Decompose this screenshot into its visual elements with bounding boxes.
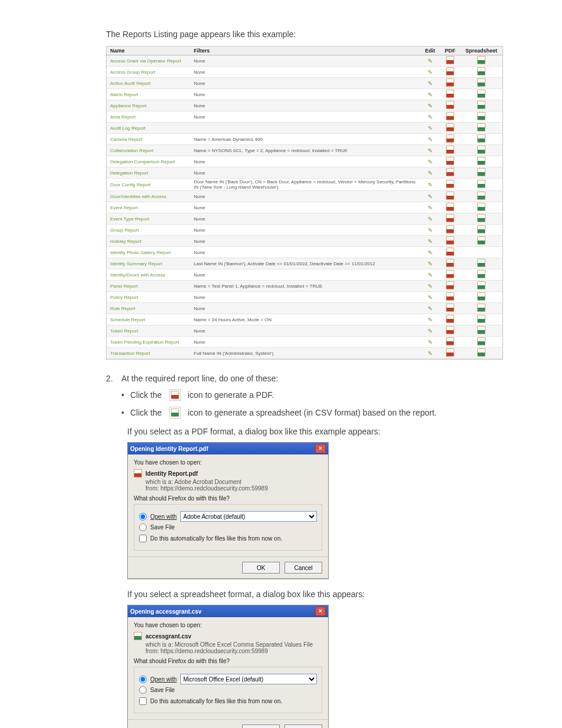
edit-icon[interactable]: ✎ <box>428 136 432 143</box>
edit-icon[interactable]: ✎ <box>428 350 432 357</box>
report-name-link[interactable]: Access Grant via Operator Report <box>107 55 190 67</box>
spreadsheet-icon[interactable] <box>477 180 485 188</box>
pdf-icon[interactable] <box>446 112 454 120</box>
pdf-icon[interactable] <box>446 157 454 165</box>
spreadsheet-icon[interactable] <box>477 134 485 143</box>
edit-icon[interactable]: ✎ <box>428 249 432 256</box>
pdf-icon[interactable] <box>446 67 454 75</box>
save-file-radio[interactable] <box>139 686 147 694</box>
close-icon[interactable]: × <box>315 607 326 616</box>
report-name-link[interactable]: Identity Photo Gallery Report <box>107 247 190 258</box>
report-name-link[interactable]: Door Config Report <box>107 179 190 191</box>
report-name-link[interactable]: Role Report <box>107 303 190 314</box>
pdf-icon[interactable] <box>446 168 454 176</box>
auto-checkbox[interactable] <box>139 535 147 542</box>
spreadsheet-icon[interactable] <box>477 146 485 154</box>
open-with-select[interactable]: Adobe Acrobat (default) <box>180 511 317 522</box>
open-with-radio[interactable] <box>139 676 147 683</box>
spreadsheet-icon[interactable] <box>477 225 485 233</box>
pdf-icon[interactable] <box>446 78 454 87</box>
spreadsheet-icon[interactable] <box>477 56 485 64</box>
report-name-link[interactable]: Identity/Doors with Access <box>107 269 190 281</box>
pdf-icon[interactable] <box>446 259 454 267</box>
report-name-link[interactable]: Door/Identities with Access <box>107 191 190 202</box>
edit-icon[interactable]: ✎ <box>428 58 432 64</box>
report-name-link[interactable]: Access Group Report <box>107 67 190 78</box>
edit-icon[interactable]: ✎ <box>428 339 432 345</box>
edit-icon[interactable]: ✎ <box>428 69 432 75</box>
pdf-icon[interactable] <box>446 304 454 312</box>
edit-icon[interactable]: ✎ <box>428 328 432 334</box>
spreadsheet-icon[interactable] <box>477 326 485 334</box>
spreadsheet-icon[interactable] <box>477 168 485 176</box>
report-name-link[interactable]: Alarm Report <box>107 89 190 100</box>
close-icon[interactable]: × <box>315 444 326 453</box>
edit-icon[interactable]: ✎ <box>428 305 432 312</box>
spreadsheet-icon[interactable] <box>477 236 485 245</box>
edit-icon[interactable]: ✎ <box>428 294 432 301</box>
edit-icon[interactable]: ✎ <box>428 283 432 289</box>
pdf-icon[interactable] <box>446 337 454 345</box>
pdf-icon[interactable] <box>446 146 454 154</box>
spreadsheet-icon[interactable] <box>477 348 485 357</box>
report-name-link[interactable]: Event Report <box>107 202 190 213</box>
spreadsheet-icon[interactable] <box>477 67 485 75</box>
pdf-icon[interactable] <box>446 281 454 289</box>
pdf-icon[interactable] <box>446 180 454 188</box>
spreadsheet-icon[interactable] <box>477 292 485 301</box>
report-name-link[interactable]: Collaboration Report <box>107 145 190 156</box>
report-name-link[interactable]: Panel Report <box>107 281 190 292</box>
ok-button[interactable]: OK <box>242 562 280 574</box>
ok-button[interactable]: OK <box>242 724 280 728</box>
spreadsheet-icon[interactable] <box>477 101 485 109</box>
spreadsheet-icon[interactable] <box>477 123 485 131</box>
spreadsheet-icon[interactable] <box>477 281 485 289</box>
report-name-link[interactable]: Token Report <box>107 325 190 337</box>
pdf-icon[interactable] <box>446 56 454 64</box>
edit-icon[interactable]: ✎ <box>428 80 432 87</box>
pdf-icon[interactable] <box>446 326 454 334</box>
report-name-link[interactable]: Holiday Report <box>107 236 190 247</box>
pdf-icon[interactable] <box>446 101 454 109</box>
spreadsheet-icon[interactable] <box>477 90 485 98</box>
report-name-link[interactable]: Action Audit Report <box>107 78 190 89</box>
pdf-icon[interactable] <box>446 203 454 211</box>
edit-icon[interactable]: ✎ <box>428 261 432 267</box>
cancel-button[interactable]: Cancel <box>285 562 322 574</box>
edit-icon[interactable]: ✎ <box>428 91 432 98</box>
spreadsheet-icon[interactable] <box>477 192 485 200</box>
edit-icon[interactable]: ✎ <box>428 216 432 222</box>
edit-icon[interactable]: ✎ <box>428 125 432 131</box>
edit-icon[interactable]: ✎ <box>428 317 432 323</box>
spreadsheet-icon[interactable] <box>477 203 485 211</box>
pdf-icon[interactable] <box>446 123 454 131</box>
spreadsheet-icon[interactable] <box>477 157 485 165</box>
save-file-radio[interactable] <box>139 523 147 531</box>
open-with-select[interactable]: Microsoft Office Excel (default) <box>180 674 317 684</box>
pdf-icon[interactable] <box>446 134 454 143</box>
report-name-link[interactable]: Delegation Report <box>107 167 190 179</box>
edit-icon[interactable]: ✎ <box>428 238 432 245</box>
edit-icon[interactable]: ✎ <box>428 272 432 278</box>
auto-checkbox[interactable] <box>139 697 147 705</box>
pdf-icon[interactable] <box>446 270 454 278</box>
edit-icon[interactable]: ✎ <box>428 114 432 120</box>
cancel-button[interactable]: Cancel <box>285 724 322 728</box>
report-name-link[interactable]: Identity Summary Report <box>107 258 190 269</box>
edit-icon[interactable]: ✎ <box>428 103 432 109</box>
edit-icon[interactable]: ✎ <box>428 147 432 154</box>
edit-icon[interactable]: ✎ <box>428 205 432 211</box>
report-name-link[interactable]: Camera Report <box>107 134 190 145</box>
pdf-icon[interactable] <box>446 225 454 233</box>
pdf-icon[interactable] <box>446 192 454 200</box>
report-name-link[interactable]: Area Report <box>107 111 190 123</box>
report-name-link[interactable]: Token Pending Expiration Report <box>107 337 190 348</box>
spreadsheet-icon[interactable] <box>477 315 485 323</box>
spreadsheet-icon[interactable] <box>477 337 485 345</box>
edit-icon[interactable]: ✎ <box>428 182 432 188</box>
pdf-icon[interactable] <box>446 315 454 323</box>
pdf-icon[interactable] <box>446 214 454 222</box>
spreadsheet-icon[interactable] <box>477 259 485 267</box>
pdf-icon[interactable] <box>446 248 454 256</box>
report-name-link[interactable]: Group Report <box>107 225 190 236</box>
